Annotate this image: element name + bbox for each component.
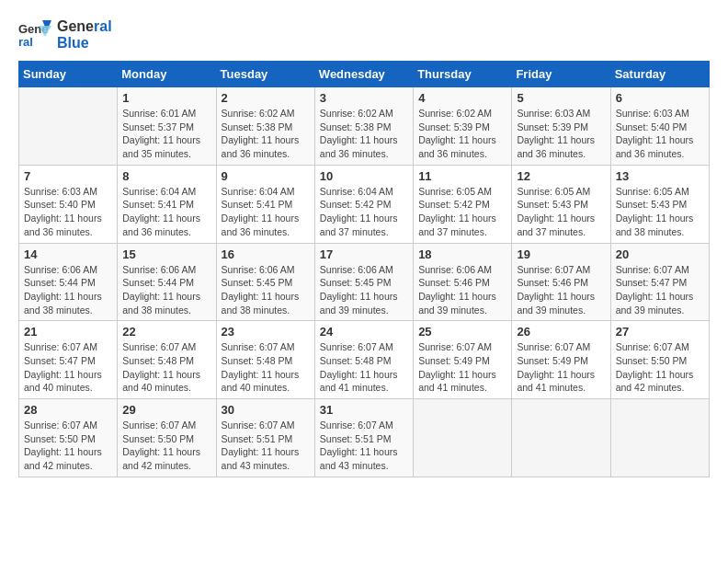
day-info: Sunrise: 6:03 AM Sunset: 5:40 PM Dayligh… [24, 185, 112, 239]
day-number: 23 [222, 325, 310, 339]
day-number: 9 [222, 169, 310, 183]
svg-text:ral: ral [18, 35, 33, 49]
day-number: 13 [616, 169, 704, 183]
calendar-cell: 25Sunrise: 6:07 AM Sunset: 5:49 PM Dayli… [414, 321, 512, 399]
day-number: 2 [222, 91, 310, 105]
day-info: Sunrise: 6:06 AM Sunset: 5:44 PM Dayligh… [122, 263, 210, 317]
day-number: 11 [418, 169, 506, 183]
day-info: Sunrise: 6:07 AM Sunset: 5:48 PM Dayligh… [222, 340, 310, 395]
day-info: Sunrise: 6:07 AM Sunset: 5:47 PM Dayligh… [616, 263, 704, 317]
day-info: Sunrise: 6:01 AM Sunset: 5:37 PM Dayligh… [122, 107, 210, 161]
day-info: Sunrise: 6:04 AM Sunset: 5:41 PM Dayligh… [222, 185, 310, 239]
calendar-cell: 18Sunrise: 6:06 AM Sunset: 5:46 PM Dayli… [414, 243, 512, 321]
day-number: 14 [24, 247, 112, 261]
header-day-sunday: Sunday [19, 62, 118, 87]
day-info: Sunrise: 6:07 AM Sunset: 5:50 PM Dayligh… [24, 419, 112, 473]
day-info: Sunrise: 6:06 AM Sunset: 5:46 PM Dayligh… [418, 263, 506, 317]
day-info: Sunrise: 6:07 AM Sunset: 5:50 PM Dayligh… [616, 340, 704, 395]
day-number: 31 [320, 403, 408, 417]
day-number: 27 [616, 325, 704, 339]
calendar-cell: 23Sunrise: 6:07 AM Sunset: 5:48 PM Dayli… [216, 321, 314, 399]
day-number: 4 [418, 91, 506, 105]
calendar-cell [512, 399, 610, 477]
day-info: Sunrise: 6:07 AM Sunset: 5:49 PM Dayligh… [418, 340, 506, 395]
header-day-thursday: Thursday [414, 62, 512, 87]
calendar-cell: 28Sunrise: 6:07 AM Sunset: 5:50 PM Dayli… [19, 399, 118, 477]
day-number: 7 [24, 169, 112, 183]
day-info: Sunrise: 6:02 AM Sunset: 5:38 PM Dayligh… [320, 107, 408, 161]
week-row-1: 1Sunrise: 6:01 AM Sunset: 5:37 PM Daylig… [19, 87, 710, 166]
day-info: Sunrise: 6:07 AM Sunset: 5:48 PM Dayligh… [320, 340, 408, 395]
calendar-cell: 7Sunrise: 6:03 AM Sunset: 5:40 PM Daylig… [19, 165, 118, 243]
day-info: Sunrise: 6:07 AM Sunset: 5:51 PM Dayligh… [222, 419, 310, 473]
logo-general: General [57, 18, 112, 35]
day-info: Sunrise: 6:05 AM Sunset: 5:42 PM Dayligh… [418, 185, 506, 239]
day-info: Sunrise: 6:06 AM Sunset: 5:45 PM Dayligh… [320, 263, 408, 317]
header-row: SundayMondayTuesdayWednesdayThursdayFrid… [19, 62, 710, 87]
calendar-cell: 3Sunrise: 6:02 AM Sunset: 5:38 PM Daylig… [314, 87, 413, 166]
logo: Gene ral General Blue [18, 18, 112, 52]
calendar-cell: 22Sunrise: 6:07 AM Sunset: 5:48 PM Dayli… [118, 321, 216, 399]
calendar-cell: 10Sunrise: 6:04 AM Sunset: 5:42 PM Dayli… [314, 165, 413, 243]
calendar-cell: 2Sunrise: 6:02 AM Sunset: 5:38 PM Daylig… [216, 87, 314, 166]
day-number: 15 [122, 247, 210, 261]
day-info: Sunrise: 6:07 AM Sunset: 5:50 PM Dayligh… [122, 419, 210, 473]
day-info: Sunrise: 6:04 AM Sunset: 5:41 PM Dayligh… [122, 185, 210, 239]
calendar-cell: 14Sunrise: 6:06 AM Sunset: 5:44 PM Dayli… [19, 243, 118, 321]
day-info: Sunrise: 6:06 AM Sunset: 5:44 PM Dayligh… [24, 263, 112, 317]
header-day-friday: Friday [512, 62, 610, 87]
day-number: 26 [517, 325, 605, 339]
week-row-5: 28Sunrise: 6:07 AM Sunset: 5:50 PM Dayli… [19, 399, 710, 477]
day-info: Sunrise: 6:06 AM Sunset: 5:45 PM Dayligh… [222, 263, 310, 317]
day-number: 29 [122, 403, 210, 417]
calendar-cell: 11Sunrise: 6:05 AM Sunset: 5:42 PM Dayli… [414, 165, 512, 243]
day-info: Sunrise: 6:03 AM Sunset: 5:40 PM Dayligh… [616, 107, 704, 161]
day-info: Sunrise: 6:02 AM Sunset: 5:39 PM Dayligh… [418, 107, 506, 161]
day-number: 12 [517, 169, 605, 183]
calendar-cell: 15Sunrise: 6:06 AM Sunset: 5:44 PM Dayli… [118, 243, 216, 321]
calendar-cell: 20Sunrise: 6:07 AM Sunset: 5:47 PM Dayli… [610, 243, 709, 321]
calendar-cell: 19Sunrise: 6:07 AM Sunset: 5:46 PM Dayli… [512, 243, 610, 321]
day-number: 28 [24, 403, 112, 417]
header-day-tuesday: Tuesday [216, 62, 314, 87]
day-number: 16 [222, 247, 310, 261]
calendar-cell [19, 87, 118, 166]
week-row-4: 21Sunrise: 6:07 AM Sunset: 5:47 PM Dayli… [19, 321, 710, 399]
header-day-wednesday: Wednesday [314, 62, 413, 87]
calendar-cell: 5Sunrise: 6:03 AM Sunset: 5:39 PM Daylig… [512, 87, 610, 166]
day-number: 1 [122, 91, 210, 105]
day-number: 21 [24, 325, 112, 339]
day-info: Sunrise: 6:05 AM Sunset: 5:43 PM Dayligh… [616, 185, 704, 239]
logo-blue-text: Blue [57, 35, 112, 52]
day-number: 8 [122, 169, 210, 183]
day-number: 18 [418, 247, 506, 261]
day-info: Sunrise: 6:03 AM Sunset: 5:39 PM Dayligh… [517, 107, 605, 161]
day-number: 24 [320, 325, 408, 339]
day-number: 3 [320, 91, 408, 105]
calendar-cell [610, 399, 709, 477]
day-number: 25 [418, 325, 506, 339]
calendar-cell: 17Sunrise: 6:06 AM Sunset: 5:45 PM Dayli… [314, 243, 413, 321]
day-info: Sunrise: 6:07 AM Sunset: 5:48 PM Dayligh… [122, 340, 210, 395]
day-number: 22 [122, 325, 210, 339]
day-info: Sunrise: 6:02 AM Sunset: 5:38 PM Dayligh… [222, 107, 310, 161]
calendar-cell: 4Sunrise: 6:02 AM Sunset: 5:39 PM Daylig… [414, 87, 512, 166]
page-header: Gene ral General Blue [18, 18, 710, 52]
day-info: Sunrise: 6:07 AM Sunset: 5:49 PM Dayligh… [517, 340, 605, 395]
calendar-table: SundayMondayTuesdayWednesdayThursdayFrid… [18, 61, 710, 477]
calendar-cell: 29Sunrise: 6:07 AM Sunset: 5:50 PM Dayli… [118, 399, 216, 477]
day-number: 6 [616, 91, 704, 105]
header-day-monday: Monday [118, 62, 216, 87]
calendar-cell [414, 399, 512, 477]
day-info: Sunrise: 6:04 AM Sunset: 5:42 PM Dayligh… [320, 185, 408, 239]
day-number: 30 [222, 403, 310, 417]
week-row-3: 14Sunrise: 6:06 AM Sunset: 5:44 PM Dayli… [19, 243, 710, 321]
day-info: Sunrise: 6:07 AM Sunset: 5:51 PM Dayligh… [320, 419, 408, 473]
calendar-cell: 26Sunrise: 6:07 AM Sunset: 5:49 PM Dayli… [512, 321, 610, 399]
day-info: Sunrise: 6:05 AM Sunset: 5:43 PM Dayligh… [517, 185, 605, 239]
calendar-cell: 9Sunrise: 6:04 AM Sunset: 5:41 PM Daylig… [216, 165, 314, 243]
calendar-cell: 31Sunrise: 6:07 AM Sunset: 5:51 PM Dayli… [314, 399, 413, 477]
day-number: 17 [320, 247, 408, 261]
logo-svg: Gene ral [18, 18, 51, 52]
day-info: Sunrise: 6:07 AM Sunset: 5:46 PM Dayligh… [517, 263, 605, 317]
